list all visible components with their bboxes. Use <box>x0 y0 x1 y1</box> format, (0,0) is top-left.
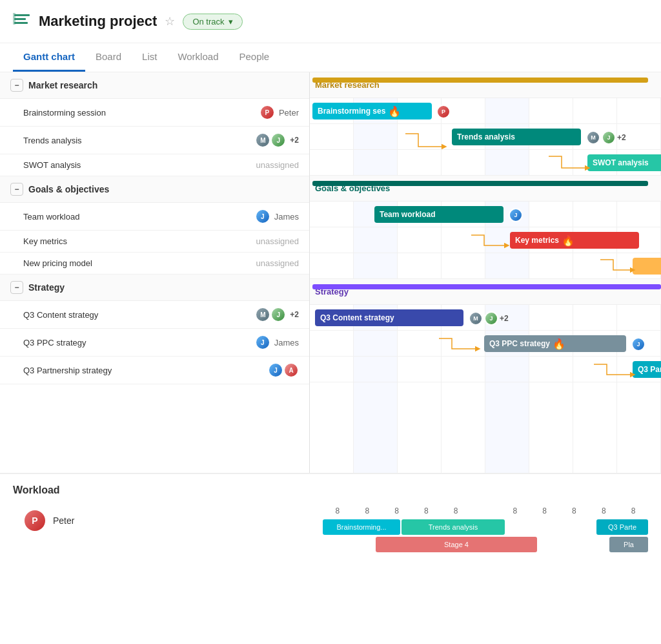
task-assignee: P Peter <box>221 105 299 120</box>
workload-title: Workload <box>13 484 648 496</box>
num: 8 <box>441 504 471 518</box>
group-market-label: Market research <box>28 80 97 90</box>
group-toggle-goals[interactable]: − <box>10 183 23 196</box>
num: 8 <box>530 504 560 518</box>
gantt-bar-brainstorming[interactable]: Brainstorming ses 🔥 <box>312 103 432 119</box>
person-name: Peter <box>53 515 74 526</box>
tab-gantt[interactable]: Gantt chart <box>13 43 85 72</box>
task-name: Q3 Partnership strategy <box>23 366 216 375</box>
gantt-bar-goals-main[interactable] <box>312 181 648 186</box>
tab-board[interactable]: Board <box>85 43 132 72</box>
num: 8 <box>589 504 618 518</box>
workload-bar-trends[interactable]: Trends analysis <box>402 519 505 535</box>
task-name: Key metrics <box>23 236 216 246</box>
task-key-metrics: Key metrics unassigned <box>0 231 309 253</box>
svg-rect-0 <box>14 14 30 16</box>
num: 8 <box>382 504 412 518</box>
avatar: J <box>602 130 616 145</box>
task-brainstorming: Brainstorming session P Peter <box>0 99 309 127</box>
gantt-bar-trends[interactable]: Trends analysis <box>452 129 581 145</box>
avatar: M <box>469 311 483 326</box>
num: 8 <box>560 504 589 518</box>
avatar: J <box>270 132 286 148</box>
task-trends: Trends analysis M J +2 <box>0 127 309 154</box>
star-icon[interactable]: ☆ <box>165 14 175 28</box>
avatar: J <box>509 208 523 222</box>
avatar: J <box>631 337 646 351</box>
task-content-strategy: Q3 Content strategy M J +2 <box>0 301 309 329</box>
task-name: Team workload <box>23 212 216 222</box>
tab-list[interactable]: List <box>132 43 167 72</box>
flame-icon: 🔥 <box>562 234 575 247</box>
gantt-bar-ppc[interactable]: Q3 PPC strategy 🔥 <box>484 335 626 352</box>
status-badge[interactable]: On track ▾ <box>183 14 242 30</box>
tab-people[interactable]: People <box>229 43 280 72</box>
chevron-down-icon: ▾ <box>229 17 233 26</box>
task-assignee: unassigned <box>221 258 299 268</box>
svg-rect-2 <box>14 22 28 24</box>
avatar: J <box>255 209 270 224</box>
workload-bar-plan[interactable]: Pla <box>609 537 648 552</box>
gantt-chart-panel: Market research Brainstorming ses 🔥 P <box>310 72 661 473</box>
gantt-bar-market[interactable] <box>312 78 648 83</box>
avatar: P <box>436 105 451 119</box>
avatar: J <box>484 311 498 326</box>
task-name: Trends analysis <box>23 136 216 145</box>
task-assignee: unassigned <box>221 160 299 170</box>
task-name: New pricing model <box>23 258 216 268</box>
bar-label: Q3 Content strategy <box>320 313 394 322</box>
task-assignee: J James <box>221 335 299 350</box>
avatar: J <box>270 307 286 322</box>
bar-label: Key metrics <box>515 236 559 245</box>
task-swot: SWOT analysis unassigned <box>0 154 309 176</box>
group-toggle-strategy[interactable]: − <box>10 281 23 294</box>
avatar: M <box>255 307 270 322</box>
tab-workload[interactable]: Workload <box>167 43 229 72</box>
group-toggle-market[interactable]: − <box>10 79 23 92</box>
flame-icon: 🔥 <box>553 338 565 350</box>
task-name: Q3 PPC strategy <box>23 338 216 348</box>
workload-grid: 8 8 8 8 8 8 8 8 8 8 Brainstorming... <box>323 504 648 552</box>
num: 8 <box>618 504 648 518</box>
gantt-bar-content[interactable]: Q3 Content strategy <box>315 309 463 326</box>
task-assignee: unassigned <box>221 236 299 246</box>
bar-label: Trends analysis <box>457 132 515 141</box>
task-assignee: J A <box>221 362 299 378</box>
status-text: On track <box>192 17 224 26</box>
avatar: A <box>283 362 299 378</box>
workload-row-peter: P Peter 8 8 8 8 8 8 8 8 8 8 Brain <box>13 504 648 552</box>
bar-label: Q3 PPC strategy <box>489 339 550 348</box>
task-assignee: J James <box>221 209 299 224</box>
task-name: Brainstorming session <box>23 108 216 118</box>
avatar: J <box>268 362 283 378</box>
avatar-peter: P <box>23 509 46 532</box>
workload-numbers: 8 8 8 8 8 8 8 8 8 8 <box>323 504 648 518</box>
tabs-bar: Gantt chart Board List Workload People <box>0 43 661 72</box>
gantt-bar-key-metrics[interactable]: Key metrics 🔥 <box>510 232 639 249</box>
workload-bar-partner[interactable]: Q3 Parte <box>596 519 648 535</box>
workload-bar-stage4[interactable]: Stage 4 <box>376 537 537 552</box>
header: Marketing project ☆ On track ▾ <box>0 0 661 43</box>
task-team-workload: Team workload J James <box>0 203 309 231</box>
gantt-bar-team-workload[interactable]: Team workload <box>374 206 503 223</box>
task-ppc: Q3 PPC strategy J James <box>0 329 309 357</box>
group-goals: − Goals & objectives <box>0 176 309 203</box>
group-strategy: − Strategy <box>0 275 309 301</box>
task-assignee: M J +2 <box>221 132 299 148</box>
num: 8 <box>323 504 352 518</box>
gantt-bar-strategy-main[interactable] <box>312 284 661 289</box>
project-icon <box>13 10 31 32</box>
flame-icon: 🔥 <box>388 105 401 118</box>
bar-label: Brainstorming ses <box>318 107 385 116</box>
workload-bar-brainstorming[interactable]: Brainstorming... <box>323 519 400 535</box>
num: 8 <box>500 504 530 518</box>
num <box>471 504 500 518</box>
workload-bar-row: Brainstorming... Trends analysis Q3 Part… <box>323 519 648 535</box>
bar-label: Team workload <box>380 210 435 219</box>
bar-label: SWOT analysis <box>593 158 649 167</box>
workload-section: Workload P Peter 8 8 8 8 8 8 8 8 8 8 <box>0 473 661 563</box>
group-market-research: − Market research <box>0 72 309 99</box>
svg-rect-1 <box>14 18 26 20</box>
task-name: SWOT analysis <box>23 160 216 170</box>
task-name: Q3 Content strategy <box>23 310 216 320</box>
